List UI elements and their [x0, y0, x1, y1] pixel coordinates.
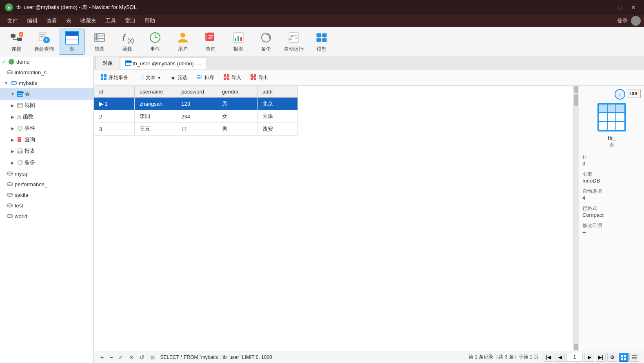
prev-page-button[interactable]: ◀	[555, 353, 565, 362]
panel-engine-label: 引擎	[582, 171, 641, 178]
col-header-username[interactable]: username	[134, 86, 176, 98]
text-icon: 📄	[137, 75, 144, 81]
toolbar-report-label: 报表	[233, 46, 243, 53]
query-folder-toggle[interactable]: ▶	[10, 137, 16, 143]
close-button[interactable]: ✕	[628, 3, 639, 12]
maximize-button[interactable]: □	[615, 3, 626, 12]
login-label[interactable]: 登录	[617, 17, 628, 24]
toolbar-table-button[interactable]: 表	[59, 29, 85, 55]
page-number-input[interactable]	[566, 353, 583, 362]
filter-button[interactable]: ▼ 筛选	[167, 73, 191, 82]
toolbar-newquery-label: 新建查询	[34, 46, 54, 53]
toolbar-event-button[interactable]: 事件	[142, 29, 168, 55]
tab-objects[interactable]: 对象	[95, 57, 120, 69]
menu-view[interactable]: 查看	[42, 16, 61, 26]
sidebar-item-demo[interactable]: ✓ demo	[0, 56, 93, 67]
report-folder-toggle[interactable]: ▶	[10, 148, 16, 154]
sidebar-item-world[interactable]: world	[0, 211, 93, 221]
col-header-addr[interactable]: addr	[258, 86, 298, 98]
first-page-button[interactable]: |◀	[544, 353, 553, 362]
toolbar-function-button[interactable]: f (x) 函数	[114, 29, 140, 55]
remove-row-button[interactable]: −	[108, 353, 114, 361]
view-folder-toggle[interactable]: ▶	[10, 102, 16, 108]
col-header-gender[interactable]: gender	[217, 86, 258, 98]
next-page-button[interactable]: ▶	[584, 353, 594, 362]
table-folder-toggle[interactable]: ▼	[10, 91, 16, 97]
menu-window[interactable]: 窗口	[121, 16, 140, 26]
sidebar-item-view-folder[interactable]: ▶ 视图	[0, 100, 93, 111]
sidebar-item-information[interactable]: information_s	[0, 67, 93, 78]
table-row[interactable]: 2 李四 234 女 天津	[94, 110, 298, 123]
sidebar-table-folder-label: 表	[24, 90, 30, 98]
table-row[interactable]: 3 王五 11 男 西安	[94, 123, 298, 136]
backup-folder-toggle[interactable]: ▶	[10, 160, 16, 165]
sidebar-item-test[interactable]: test	[0, 200, 93, 211]
table-row[interactable]: ▶ 1 zhangsan 123 男 北京	[94, 98, 298, 110]
toolbar-model-button[interactable]: 模型	[309, 29, 335, 55]
menu-file[interactable]: 文件	[3, 16, 22, 26]
info-button[interactable]: i	[615, 89, 625, 100]
cancel-edit-button[interactable]: ✕	[127, 353, 135, 361]
add-row-button[interactable]: +	[99, 353, 105, 361]
begin-transaction-button[interactable]: 开始事务	[97, 73, 131, 83]
refresh-button[interactable]: ↺	[138, 353, 146, 361]
mysql-db-icon	[7, 170, 13, 177]
sidebar-item-performance[interactable]: performance_	[0, 179, 93, 189]
sidebar-item-backup-folder[interactable]: ▶ 备份	[0, 157, 93, 168]
scroll-up-arrow[interactable]	[574, 86, 578, 93]
grid-view-button[interactable]	[619, 353, 628, 362]
menu-table[interactable]: 表	[62, 16, 76, 26]
vertical-scrollbar[interactable]	[573, 86, 579, 351]
minimize-button[interactable]: —	[602, 3, 613, 12]
menu-tools[interactable]: 工具	[101, 16, 120, 26]
toolbar-backup-button[interactable]: 备份	[253, 29, 279, 55]
text-button[interactable]: 📄 文本 ▼	[134, 73, 164, 82]
menu-edit[interactable]: 编辑	[23, 16, 42, 26]
sort-button[interactable]: 排序	[193, 73, 218, 83]
scroll-down-arrow[interactable]	[574, 344, 578, 350]
sidebar-item-func-folder[interactable]: ▶ fx 函数	[0, 111, 93, 122]
toolbar-connect-button[interactable]: + 连接	[3, 29, 29, 55]
sidebar-item-mybatis[interactable]: ▼ mybatis	[0, 78, 93, 88]
sidebar-item-report-folder[interactable]: ▶ 报表	[0, 145, 93, 157]
tab-table-data[interactable]: tb_user @mybatis (demo) -...	[120, 58, 207, 69]
last-page-button[interactable]: ▶|	[596, 353, 606, 362]
sidebar-demo-label: demo	[16, 59, 30, 65]
import-button[interactable]: 导入	[220, 73, 244, 83]
svg-rect-84	[101, 74, 103, 77]
col-header-password[interactable]: password	[176, 86, 217, 98]
export-button[interactable]: 导出	[247, 73, 271, 83]
toolbar-view-button[interactable]: 视图	[87, 29, 113, 55]
sidebar-item-table-folder[interactable]: ▼ 表	[0, 88, 93, 100]
svg-marker-91	[201, 75, 202, 76]
sidebar-view-folder-label: 视图	[24, 102, 35, 109]
func-folder-toggle[interactable]: ▶	[10, 114, 16, 120]
col-header-id[interactable]: id	[94, 86, 135, 98]
data-table-wrap[interactable]: id username password gender addr ▶ 1 zha…	[94, 86, 573, 351]
toolbar-newquery-button[interactable]: + 新建查询	[31, 29, 57, 55]
scroll-thumb[interactable]	[574, 94, 578, 106]
panel-header: i DDL	[582, 89, 641, 100]
sidebar-item-event-folder[interactable]: ▶ 事件	[0, 122, 93, 134]
mybatis-toggle[interactable]: ▼	[3, 80, 9, 86]
sidebar-item-query-folder[interactable]: ▶ 查询	[0, 134, 93, 145]
toolbar-report-button[interactable]: 报表	[225, 29, 251, 55]
table-toolbar: 开始事务 📄 文本 ▼ ▼ 筛选	[94, 70, 644, 86]
event-folder-toggle[interactable]: ▶	[10, 125, 16, 131]
status-nav: 第 1 条记录（共 3 条）于第 1 页 |◀ ◀ ▶ ▶| ⚙	[469, 353, 639, 362]
toolbar-user-button[interactable]: 用户	[170, 29, 196, 55]
toolbar-autorun-button[interactable]: 自动运行	[281, 29, 307, 55]
settings-button[interactable]: ⚙	[607, 353, 617, 362]
login-area: 登录	[617, 16, 641, 26]
sidebar-item-sakila[interactable]: sakila	[0, 189, 93, 200]
stop-button[interactable]: ⊘	[149, 353, 157, 361]
sidebar-item-mysql[interactable]: mysql	[0, 168, 93, 179]
ddl-button[interactable]: DDL	[628, 89, 641, 98]
list-view-button[interactable]	[629, 353, 639, 362]
menu-help[interactable]: 帮助	[140, 16, 159, 26]
sidebar-information-label: information_s	[15, 69, 47, 76]
toolbar-query-button[interactable]: 查询	[198, 29, 224, 55]
performance-db-icon	[7, 181, 13, 187]
confirm-button[interactable]: ✓	[117, 353, 125, 361]
menu-favorites[interactable]: 收藏夹	[76, 16, 100, 26]
